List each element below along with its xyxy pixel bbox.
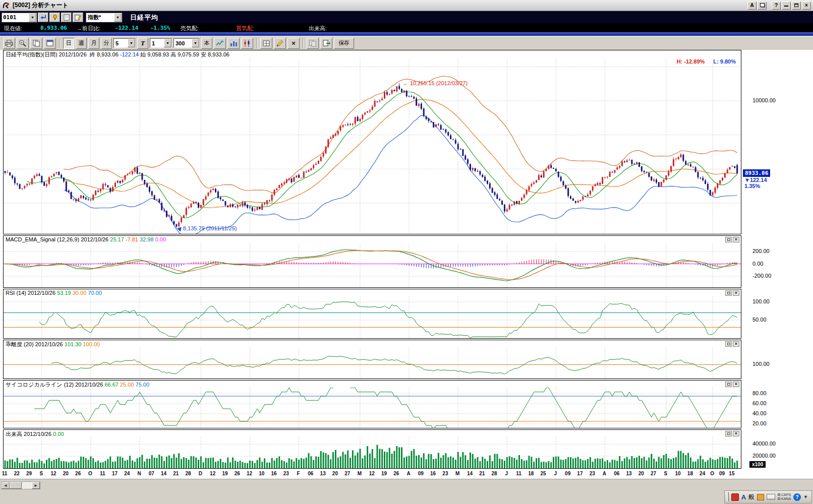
combo-arrow-icon[interactable]: ▼ — [114, 13, 122, 22]
bar-count-value: 300 — [174, 40, 186, 46]
new-window-button[interactable] — [44, 38, 56, 49]
ask-label: 売気配: — [181, 25, 199, 32]
pencil-icon — [276, 39, 284, 47]
category-select[interactable]: 指数* ▼ — [86, 13, 122, 22]
period-minute-button[interactable]: 分 — [101, 38, 112, 49]
panel-close-button[interactable]: × — [733, 341, 739, 347]
maximize-button[interactable] — [792, 2, 801, 10]
time-axis-label: 12 — [247, 471, 252, 476]
zoom-button[interactable] — [17, 38, 29, 49]
delete-drawing-button[interactable]: × — [287, 38, 300, 49]
interval-select[interactable]: 1 ▼ — [150, 38, 172, 48]
price-plot[interactable]: ← 10,255.15 (2012/03/27)8,135.79 (2011/1… — [4, 58, 741, 234]
save-button[interactable]: 保存 — [334, 38, 354, 49]
scrollbar-track[interactable] — [22, 482, 32, 489]
combo-arrow-icon[interactable]: ▼ — [164, 39, 171, 47]
trend-tool-button[interactable]: T — [137, 38, 148, 49]
ma-period-value: 5 — [114, 40, 120, 46]
ma-period-select[interactable]: 5 ▼ — [113, 38, 136, 48]
time-axis-label: 16 — [430, 471, 436, 476]
close-button[interactable]: × — [802, 2, 811, 10]
rsi-plot[interactable] — [4, 296, 741, 338]
scrollbar-thumb[interactable] — [10, 482, 22, 489]
time-axis: 112229S122026O111724N07142128D1219261210… — [0, 470, 741, 478]
print-button[interactable] — [3, 38, 15, 49]
period-monthly-button[interactable]: 月 — [88, 38, 99, 49]
keyboard-icon[interactable] — [767, 494, 775, 500]
draw-tool-button[interactable] — [274, 38, 286, 49]
combo-arrow-icon[interactable]: ▼ — [128, 39, 135, 47]
time-axis-label: 10 — [675, 471, 681, 476]
time-axis-label: 20 — [638, 471, 644, 476]
edit-button[interactable] — [73, 13, 83, 22]
combo-arrow-icon[interactable]: ▼ — [192, 39, 199, 47]
svg-text:← 10,255.15 (2012/03/27): ← 10,255.15 (2012/03/27) — [403, 80, 468, 86]
panel-restore-button[interactable] — [725, 290, 732, 296]
candlestick-icon — [243, 39, 251, 47]
psychological-line-panel: サイコロジカルライン (12) 2012/10/26 66.67 25.00 7… — [3, 380, 741, 428]
panel-close-button[interactable]: × — [733, 382, 739, 387]
last-price-readout: 8933.06 ▼122.14 1.35% — [743, 169, 770, 189]
export-button[interactable] — [320, 38, 332, 49]
psychological-plot[interactable] — [4, 388, 741, 428]
grid-toggle-button[interactable] — [260, 38, 272, 49]
scroll-left-button[interactable]: ◄ — [2, 482, 10, 489]
input-mode-indicator[interactable]: A — [741, 493, 746, 501]
time-axis-label: A — [603, 471, 606, 476]
tools-icon[interactable] — [757, 494, 764, 500]
panel-restore-button[interactable] — [725, 382, 732, 387]
copy-to-clipboard-button[interactable] — [307, 38, 319, 49]
langbar-options-icon[interactable]: ▼ — [803, 494, 808, 499]
time-axis-label: 17 — [577, 471, 583, 476]
copy-chart-button[interactable] — [30, 38, 42, 49]
symbol-code-input[interactable] — [2, 13, 29, 22]
kairi-plot[interactable] — [4, 347, 741, 379]
font-size-button[interactable]: A — [747, 2, 757, 10]
axis-label: 20000.00 — [752, 453, 776, 459]
submit-button[interactable] — [38, 13, 48, 22]
time-axis-label: 22 — [14, 471, 20, 476]
panel-close-button[interactable]: × — [733, 290, 739, 296]
horizontal-scrollbar[interactable]: ◄ ► — [1, 481, 40, 489]
time-axis-label: 19 — [222, 471, 227, 476]
period-daily-button[interactable]: 日 — [63, 38, 74, 49]
chart-toolbar: 日 週 月 分 5 ▼ T 1 ▼ 300 ▼ 本 × 保存 — [0, 36, 813, 50]
panel-close-button[interactable]: × — [733, 237, 739, 242]
volume-plot[interactable] — [4, 437, 741, 468]
ime-icon[interactable] — [731, 493, 739, 501]
header-segment: 始 9,058.93 高 9,075.59 安 8,933.06 — [139, 51, 229, 57]
macd-plot[interactable] — [4, 243, 741, 287]
panel-restore-button[interactable] — [725, 341, 732, 347]
panel-restore-button[interactable] — [725, 237, 732, 242]
window-layout-button[interactable] — [758, 2, 767, 10]
conversion-mode-indicator[interactable]: 般 — [748, 493, 754, 501]
bar-count-select[interactable]: 300 ▼ — [173, 38, 200, 48]
time-axis-label: 14 — [467, 471, 473, 476]
header-segment: 30.00 — [73, 290, 88, 296]
panel-restore-button[interactable] — [725, 431, 732, 436]
bars-unit-button[interactable]: 本 — [201, 38, 212, 49]
memo-button[interactable] — [61, 13, 72, 22]
minimize-button[interactable] — [782, 2, 791, 10]
logo-accent — [7, 3, 9, 5]
quote-bar: 現在値: 8,933.06 →前日比: -122.14 -1.35% 売気配: … — [0, 24, 813, 32]
time-axis-label: 06 — [614, 471, 619, 476]
maximize-icon — [794, 4, 798, 7]
period-weekly-button[interactable]: 週 — [76, 38, 87, 49]
help-icon[interactable]: ? — [793, 493, 801, 501]
langbar-grip[interactable] — [727, 492, 729, 501]
help-button[interactable]: ? — [772, 2, 781, 10]
psychological-panel-header: サイコロジカルライン (12) 2012/10/26 66.67 25.00 7… — [6, 381, 149, 388]
symbol-code-combo[interactable]: ▼ — [2, 13, 37, 22]
time-axis-label: N — [137, 471, 141, 476]
alert-button[interactable] — [49, 13, 60, 22]
time-axis-label: 09 — [719, 471, 725, 476]
candlestick-chart-button[interactable] — [241, 38, 253, 49]
line-chart-button[interactable] — [214, 38, 226, 49]
printer-icon — [5, 39, 13, 47]
panel-close-button[interactable]: × — [733, 431, 739, 436]
combo-arrow-icon[interactable]: ▼ — [29, 13, 36, 22]
scroll-right-button[interactable]: ► — [32, 482, 40, 489]
rsi-panel: RSI (14) 2012/10/26 53.19 30.00 70.00 × — [3, 289, 741, 339]
bar-chart-button[interactable] — [227, 38, 240, 49]
